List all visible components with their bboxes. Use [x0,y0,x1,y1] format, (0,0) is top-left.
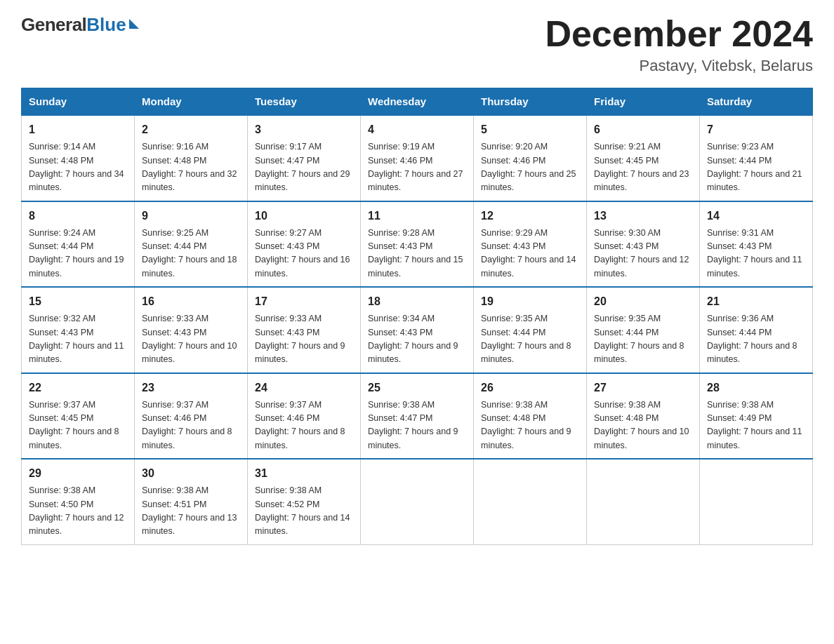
day-cell-12: 12Sunrise: 9:29 AMSunset: 4:43 PMDayligh… [474,201,587,288]
day-number: 12 [481,208,579,224]
day-number: 6 [594,121,692,138]
day-cell-30: 30Sunrise: 9:38 AMSunset: 4:51 PMDayligh… [135,459,248,544]
day-info: Sunrise: 9:23 AMSunset: 4:44 PMDaylight:… [707,140,805,195]
day-info: Sunrise: 9:17 AMSunset: 4:47 PMDaylight:… [255,140,353,195]
week-row-3: 15Sunrise: 9:32 AMSunset: 4:43 PMDayligh… [22,287,813,373]
day-number: 24 [255,380,353,396]
day-info: Sunrise: 9:37 AMSunset: 4:46 PMDaylight:… [142,398,240,453]
day-cell-8: 8Sunrise: 9:24 AMSunset: 4:44 PMDaylight… [22,201,135,288]
day-number: 5 [481,121,579,138]
day-cell-7: 7Sunrise: 9:23 AMSunset: 4:44 PMDaylight… [700,115,813,201]
day-info: Sunrise: 9:14 AMSunset: 4:48 PMDaylight:… [29,140,127,195]
day-number: 20 [594,293,692,310]
day-cell-19: 19Sunrise: 9:35 AMSunset: 4:44 PMDayligh… [474,287,587,373]
weekday-header-friday: Friday [587,88,700,116]
day-cell-16: 16Sunrise: 9:33 AMSunset: 4:43 PMDayligh… [135,287,248,373]
day-cell-4: 4Sunrise: 9:19 AMSunset: 4:46 PMDaylight… [361,115,474,201]
logo: General Blue [21,14,139,36]
day-cell-17: 17Sunrise: 9:33 AMSunset: 4:43 PMDayligh… [248,287,361,373]
day-number: 1 [29,121,127,138]
day-info: Sunrise: 9:38 AMSunset: 4:49 PMDaylight:… [707,398,805,453]
day-cell-6: 6Sunrise: 9:21 AMSunset: 4:45 PMDaylight… [587,115,700,201]
day-cell-3: 3Sunrise: 9:17 AMSunset: 4:47 PMDaylight… [248,115,361,201]
location-title: Pastavy, Vitebsk, Belarus [545,57,813,75]
day-info: Sunrise: 9:20 AMSunset: 4:46 PMDaylight:… [481,140,579,195]
day-number: 18 [368,293,466,310]
day-info: Sunrise: 9:38 AMSunset: 4:50 PMDaylight:… [29,484,127,539]
day-number: 28 [707,380,805,396]
day-info: Sunrise: 9:38 AMSunset: 4:48 PMDaylight:… [481,398,579,453]
weekday-header-sunday: Sunday [22,88,135,116]
day-info: Sunrise: 9:38 AMSunset: 4:51 PMDaylight:… [142,484,240,539]
weekday-header-saturday: Saturday [700,88,813,116]
empty-cell [700,459,813,544]
day-number: 21 [707,293,805,310]
day-info: Sunrise: 9:27 AMSunset: 4:43 PMDaylight:… [255,227,353,281]
day-cell-18: 18Sunrise: 9:34 AMSunset: 4:43 PMDayligh… [361,287,474,373]
day-cell-14: 14Sunrise: 9:31 AMSunset: 4:43 PMDayligh… [700,201,813,288]
day-cell-15: 15Sunrise: 9:32 AMSunset: 4:43 PMDayligh… [22,287,135,373]
day-cell-13: 13Sunrise: 9:30 AMSunset: 4:43 PMDayligh… [587,201,700,288]
empty-cell [361,459,474,544]
day-info: Sunrise: 9:24 AMSunset: 4:44 PMDaylight:… [29,227,127,281]
day-number: 17 [255,293,353,310]
day-number: 3 [255,121,353,138]
logo-triangle-icon [129,19,139,29]
weekday-header-wednesday: Wednesday [361,88,474,116]
calendar-table: SundayMondayTuesdayWednesdayThursdayFrid… [21,88,813,545]
day-number: 16 [142,293,240,310]
page-header: General Blue December 2024 Pastavy, Vite… [21,14,813,75]
day-number: 19 [481,293,579,310]
day-number: 27 [594,380,692,396]
weekday-header-thursday: Thursday [474,88,587,116]
day-cell-31: 31Sunrise: 9:38 AMSunset: 4:52 PMDayligh… [248,459,361,544]
day-number: 9 [142,208,240,224]
day-cell-11: 11Sunrise: 9:28 AMSunset: 4:43 PMDayligh… [361,201,474,288]
day-cell-29: 29Sunrise: 9:38 AMSunset: 4:50 PMDayligh… [22,459,135,544]
week-row-2: 8Sunrise: 9:24 AMSunset: 4:44 PMDaylight… [22,201,813,288]
day-number: 8 [29,208,127,224]
day-cell-26: 26Sunrise: 9:38 AMSunset: 4:48 PMDayligh… [474,373,587,459]
weekday-header-tuesday: Tuesday [248,88,361,116]
month-title: December 2024 [545,14,813,54]
day-info: Sunrise: 9:37 AMSunset: 4:45 PMDaylight:… [29,398,127,453]
day-cell-28: 28Sunrise: 9:38 AMSunset: 4:49 PMDayligh… [700,373,813,459]
day-cell-22: 22Sunrise: 9:37 AMSunset: 4:45 PMDayligh… [22,373,135,459]
day-cell-25: 25Sunrise: 9:38 AMSunset: 4:47 PMDayligh… [361,373,474,459]
day-info: Sunrise: 9:33 AMSunset: 4:43 PMDaylight:… [142,312,240,367]
week-row-4: 22Sunrise: 9:37 AMSunset: 4:45 PMDayligh… [22,373,813,459]
empty-cell [474,459,587,544]
day-number: 26 [481,380,579,396]
day-number: 30 [142,465,240,482]
day-info: Sunrise: 9:19 AMSunset: 4:46 PMDaylight:… [368,140,466,195]
day-number: 10 [255,208,353,224]
day-cell-27: 27Sunrise: 9:38 AMSunset: 4:48 PMDayligh… [587,373,700,459]
logo-general-text: General [21,14,86,36]
day-info: Sunrise: 9:31 AMSunset: 4:43 PMDaylight:… [707,227,805,281]
day-number: 23 [142,380,240,396]
day-info: Sunrise: 9:21 AMSunset: 4:45 PMDaylight:… [594,140,692,195]
title-block: December 2024 Pastavy, Vitebsk, Belarus [545,14,813,75]
day-info: Sunrise: 9:35 AMSunset: 4:44 PMDaylight:… [481,312,579,367]
day-number: 15 [29,293,127,310]
day-info: Sunrise: 9:38 AMSunset: 4:47 PMDaylight:… [368,398,466,453]
day-cell-20: 20Sunrise: 9:35 AMSunset: 4:44 PMDayligh… [587,287,700,373]
day-number: 29 [29,465,127,482]
day-info: Sunrise: 9:29 AMSunset: 4:43 PMDaylight:… [481,227,579,281]
day-number: 13 [594,208,692,224]
day-number: 4 [368,121,466,138]
day-cell-5: 5Sunrise: 9:20 AMSunset: 4:46 PMDaylight… [474,115,587,201]
day-number: 7 [707,121,805,138]
day-number: 2 [142,121,240,138]
day-number: 22 [29,380,127,396]
day-number: 25 [368,380,466,396]
logo-blue-block: Blue [86,14,138,36]
day-cell-2: 2Sunrise: 9:16 AMSunset: 4:48 PMDaylight… [135,115,248,201]
day-info: Sunrise: 9:16 AMSunset: 4:48 PMDaylight:… [142,140,240,195]
day-info: Sunrise: 9:32 AMSunset: 4:43 PMDaylight:… [29,312,127,367]
day-number: 14 [707,208,805,224]
day-info: Sunrise: 9:34 AMSunset: 4:43 PMDaylight:… [368,312,466,367]
day-cell-10: 10Sunrise: 9:27 AMSunset: 4:43 PMDayligh… [248,201,361,288]
day-cell-23: 23Sunrise: 9:37 AMSunset: 4:46 PMDayligh… [135,373,248,459]
day-info: Sunrise: 9:33 AMSunset: 4:43 PMDaylight:… [255,312,353,367]
